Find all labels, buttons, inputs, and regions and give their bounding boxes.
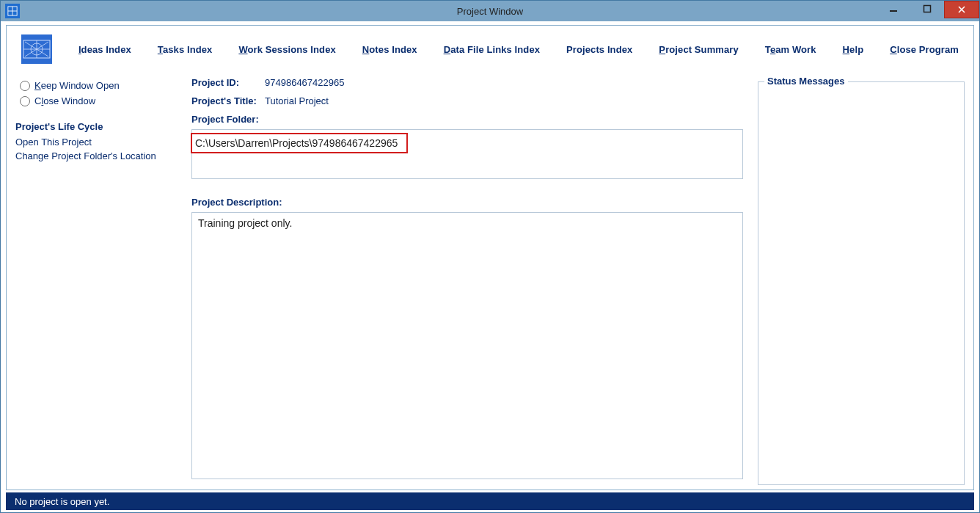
status-messages-box: Status Messages (758, 81, 965, 485)
titlebar: Project Window (1, 1, 979, 21)
svg-rect-2 (924, 6, 931, 12)
project-title-value: Tutorial Project (265, 95, 329, 106)
main-form: Project ID: 974986467422965 Project's Ti… (177, 77, 758, 481)
menu-close-program[interactable]: Close Program (890, 44, 959, 55)
link-open-this-project[interactable]: Open This Project (15, 137, 177, 148)
project-window: Project Window Ideas Index (0, 0, 980, 513)
radio-keep-window-open[interactable]: Keep Window Open (20, 80, 177, 91)
radio-close-window[interactable]: Close Window (20, 95, 177, 106)
maximize-icon (923, 4, 932, 13)
window-controls (877, 1, 979, 17)
menu-team-work[interactable]: Team Work (765, 44, 816, 55)
project-description-field[interactable]: Training project only. (191, 212, 743, 479)
menu-help[interactable]: Help (843, 44, 864, 55)
sidebar-heading: Project's Life Cycle (15, 121, 177, 132)
body: Keep Window Open Close Window Project's … (7, 77, 973, 487)
minimize-icon (889, 4, 898, 13)
window-title: Project Window (1, 6, 979, 17)
menubar: Ideas Index Tasks Index Work Sessions In… (7, 26, 973, 77)
menu-work-sessions-index[interactable]: Work Sessions Index (238, 44, 335, 55)
statusbar: No project is open yet. (6, 492, 974, 510)
menu-project-summary[interactable]: Project Summary (659, 44, 738, 55)
radio-icon (20, 96, 30, 106)
right-panel: Status Messages (758, 77, 965, 481)
radio-label: Close Window (34, 95, 95, 106)
project-title-label: Project's Title: (191, 95, 265, 106)
project-id-label: Project ID: (191, 77, 265, 88)
minimize-button[interactable] (877, 1, 910, 17)
project-folder-field[interactable]: C:\Users\Darren\Projects\974986467422965 (191, 129, 743, 179)
radio-label: Keep Window Open (34, 80, 120, 91)
menu-ideas-index[interactable]: Ideas Index (78, 44, 131, 55)
menu-notes-index[interactable]: Notes Index (362, 44, 417, 55)
link-change-project-folder-location[interactable]: Change Project Folder's Location (15, 150, 177, 161)
project-folder-label: Project Folder: (191, 114, 743, 125)
project-description-label: Project Description: (191, 197, 743, 208)
menu-data-file-links-index[interactable]: Data File Links Index (444, 44, 540, 55)
menu-tasks-index[interactable]: Tasks Index (158, 44, 213, 55)
project-description-value: Training project only. (198, 217, 292, 229)
maximize-button[interactable] (910, 1, 944, 17)
app-logo-icon (21, 34, 52, 64)
radio-icon (20, 81, 30, 91)
status-messages-legend: Status Messages (764, 76, 848, 87)
close-icon (957, 5, 966, 14)
app-icon (5, 4, 20, 18)
close-button[interactable] (944, 1, 979, 18)
client-area: Ideas Index Tasks Index Work Sessions In… (6, 25, 974, 490)
sidebar: Keep Window Open Close Window Project's … (15, 77, 177, 481)
project-id-value: 974986467422965 (265, 77, 344, 88)
menu-projects-index[interactable]: Projects Index (566, 44, 632, 55)
project-folder-value: C:\Users\Darren\Projects\974986467422965 (191, 133, 408, 153)
status-text: No project is open yet. (15, 496, 109, 507)
